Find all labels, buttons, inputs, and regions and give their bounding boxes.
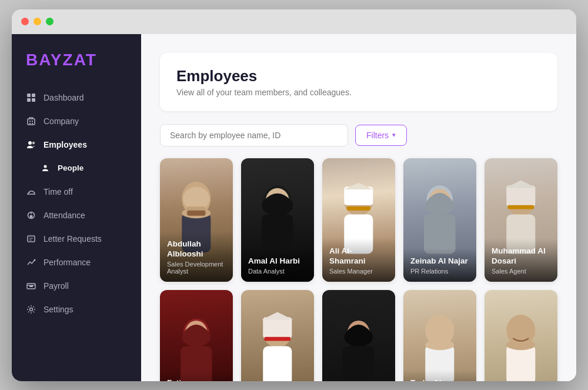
- svg-rect-4: [28, 119, 35, 125]
- svg-point-52: [425, 339, 454, 350]
- svg-rect-44: [263, 317, 292, 338]
- svg-rect-46: [263, 346, 292, 381]
- svg-point-14: [30, 215, 33, 218]
- employee-name: Muhammad Al Dosari: [492, 246, 550, 266]
- svg-rect-54: [506, 345, 535, 381]
- employee-card[interactable]: Abdullah Alblooshi Sales Development Ana…: [160, 158, 233, 282]
- svg-rect-2: [27, 98, 31, 102]
- employees-icon: [26, 139, 36, 150]
- logo: BAYZAT: [12, 34, 141, 86]
- search-input[interactable]: [160, 124, 348, 146]
- svg-rect-15: [28, 236, 35, 242]
- svg-point-16: [34, 259, 36, 261]
- sidebar-item-timeoff[interactable]: Time off: [12, 180, 141, 204]
- employee-name: Abdullah Alblooshi: [167, 239, 226, 259]
- timeoff-icon: [26, 186, 36, 197]
- company-icon: [26, 116, 36, 126]
- card-overlay: Turky Al-Gahtani Software Engineer: [403, 370, 476, 381]
- sidebar-item-settings-label: Settings: [44, 305, 74, 314]
- employee-name: Amal Al Harbi: [248, 256, 307, 266]
- employee-card[interactable]: Fatima Abdullah Account Manager: [160, 290, 233, 381]
- card-overlay: Zeinab Al Najar PR Relations: [403, 248, 476, 282]
- filter-button[interactable]: Filters ▾: [355, 125, 407, 146]
- people-icon: [40, 163, 51, 174]
- svg-point-12: [29, 192, 30, 193]
- employee-card[interactable]: Turky Al-Gahtani Software Engineer: [403, 290, 476, 381]
- sidebar-item-letter-requests[interactable]: Letter Requests: [12, 227, 141, 251]
- employee-name: Turky Al-Gahtani: [410, 378, 469, 381]
- sidebar-item-company-label: Company: [44, 116, 79, 126]
- sidebar-item-timeoff-label: Time off: [44, 187, 73, 196]
- employees-grid: Abdullah Alblooshi Sales Development Ana…: [160, 158, 557, 381]
- attendance-icon: [26, 210, 36, 221]
- main-content: Employees View all of your team members,…: [141, 34, 576, 381]
- svg-rect-6: [32, 121, 33, 122]
- svg-point-11: [44, 165, 47, 168]
- sidebar-item-employees[interactable]: Employees: [12, 133, 141, 156]
- sidebar-item-performance[interactable]: Performance: [12, 251, 141, 274]
- svg-rect-37: [506, 185, 535, 206]
- card-overlay: Fatima Abdullah Account Manager: [160, 370, 233, 381]
- sidebar-item-attendance-label: Attendance: [44, 211, 85, 220]
- browser-chrome: [12, 9, 576, 34]
- employee-card[interactable]: Amal Al Harbi Data Analyst: [241, 158, 314, 282]
- close-button[interactable]: [21, 18, 29, 25]
- sidebar-item-company[interactable]: Company: [12, 109, 141, 133]
- page-subtitle: View all of your team members, and colle…: [176, 88, 541, 97]
- svg-point-10: [32, 141, 35, 144]
- svg-rect-1: [32, 94, 35, 97]
- employee-role: Sales Agent: [492, 268, 550, 275]
- employee-photo: [485, 290, 557, 381]
- svg-rect-8: [32, 123, 33, 124]
- sidebar-item-attendance[interactable]: Attendance: [12, 204, 141, 227]
- svg-point-9: [28, 141, 32, 145]
- sidebar-item-payroll[interactable]: Payroll: [12, 274, 141, 298]
- letter-icon: [26, 234, 36, 244]
- employee-card[interactable]: Ali Al-Shamrani Sales Manager: [322, 158, 395, 282]
- card-overlay: Salma Al Saif Product Manager: [322, 380, 395, 381]
- employee-role: Sales Development Analyst: [167, 261, 226, 275]
- card-overlay: Amal Al Harbi Data Analyst: [241, 248, 314, 282]
- app-container: BAYZAT Dashboard: [12, 34, 576, 381]
- employee-photo: [241, 290, 314, 381]
- sidebar-item-people[interactable]: People: [12, 156, 141, 180]
- svg-point-19: [30, 308, 33, 311]
- sidebar-item-letter-requests-label: Letter Requests: [44, 234, 102, 244]
- employee-photo: [403, 290, 476, 381]
- employee-role: Data Analyst: [248, 268, 307, 275]
- employee-card[interactable]: Zeinab Al Najar PR Relations: [403, 158, 476, 282]
- sidebar-item-people-label: People: [58, 164, 83, 172]
- card-overlay: Muhammad Al Dosari Sales Agent: [485, 238, 557, 282]
- performance-icon: [26, 257, 36, 268]
- employee-name: Ali Al-Shamrani: [329, 246, 388, 266]
- toolbar: Filters ▾: [160, 124, 557, 146]
- sidebar-item-performance-label: Performance: [44, 258, 91, 267]
- svg-rect-5: [29, 121, 31, 122]
- sidebar-item-employees-label: Employees: [44, 140, 87, 149]
- sidebar-item-dashboard[interactable]: Dashboard: [12, 86, 141, 109]
- sidebar-item-payroll-label: Payroll: [44, 281, 69, 291]
- page-header: Employees View all of your team members,…: [160, 53, 557, 111]
- sidebar-item-settings[interactable]: Settings: [12, 298, 141, 321]
- svg-rect-0: [27, 94, 31, 97]
- svg-rect-49: [343, 346, 375, 381]
- svg-rect-30: [344, 186, 373, 205]
- payroll-icon: [26, 281, 36, 291]
- svg-rect-31: [347, 206, 370, 211]
- filter-label: Filters: [366, 131, 389, 140]
- employee-card[interactable]: Fahad Al Issa Accounts Clerk: [241, 290, 314, 381]
- chevron-down-icon: ▾: [392, 131, 396, 139]
- minimize-button[interactable]: [34, 18, 41, 25]
- svg-rect-3: [32, 98, 35, 102]
- svg-rect-45: [265, 336, 291, 341]
- employee-card[interactable]: Khalil Al Saady Motor Insurance: [485, 290, 557, 381]
- employee-photo: [160, 290, 233, 381]
- employee-card[interactable]: Muhammad Al Dosari Sales Agent: [485, 158, 557, 282]
- svg-rect-25: [187, 210, 205, 215]
- maximize-button[interactable]: [46, 18, 54, 25]
- employee-card[interactable]: Salma Al Saif Product Manager: [322, 290, 395, 381]
- employee-name: Fatima Abdullah: [167, 378, 226, 381]
- sidebar: BAYZAT Dashboard: [12, 34, 141, 381]
- svg-rect-7: [29, 123, 31, 124]
- employee-photo: [322, 290, 395, 381]
